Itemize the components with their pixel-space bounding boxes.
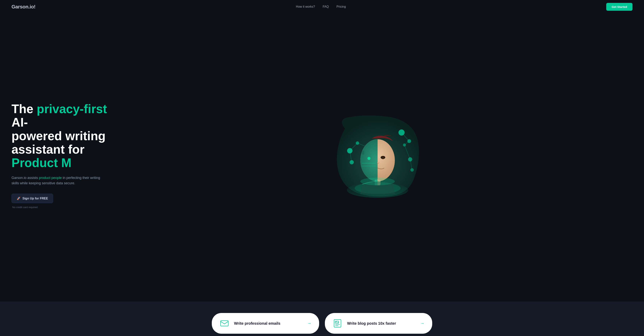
hero-svg (334, 113, 422, 198)
nav-pricing[interactable]: Pricing (336, 5, 346, 9)
email-icon-wrap (220, 318, 230, 328)
hero-title: The privacy-first AI-powered writingassi… (12, 102, 123, 170)
feature-email-arrow: → (307, 321, 312, 326)
feature-section: Write professional emails → Write blog p… (0, 301, 644, 336)
no-credit-text: No credit card required (12, 206, 38, 209)
svg-point-22 (368, 157, 370, 160)
nav-links: How it works? FAQ Pricing (296, 5, 346, 9)
feature-card-blog[interactable]: Write blog posts 10x faster → (325, 313, 432, 334)
hero-title-green2: Product M (12, 156, 72, 170)
navbar: Garson.io! How it works? FAQ Pricing Get… (0, 0, 644, 14)
feature-card-email[interactable]: Write professional emails → (212, 313, 319, 334)
svg-point-29 (360, 178, 395, 185)
rocket-icon: 🚀 (17, 197, 20, 200)
hero-content: The privacy-first AI-powered writingassi… (12, 102, 123, 209)
hero-description: Garson.io assists product people in perf… (12, 175, 104, 186)
email-icon (220, 319, 229, 328)
signup-area: 🚀 Sign Up for FREE No credit card requir… (12, 194, 123, 209)
feature-blog-arrow: → (420, 321, 424, 326)
svg-point-35 (336, 321, 336, 322)
signup-label: Sign Up for FREE (22, 197, 48, 200)
signup-button[interactable]: 🚀 Sign Up for FREE (12, 194, 53, 203)
blog-icon (333, 319, 342, 328)
svg-rect-21 (362, 151, 364, 155)
hero-section: The privacy-first AI-powered writingassi… (0, 14, 644, 301)
hero-title-part1: The (12, 102, 37, 116)
blog-icon-wrap (332, 318, 342, 328)
nav-how-it-works[interactable]: How it works? (296, 5, 315, 9)
nav-faq[interactable]: FAQ (322, 5, 329, 9)
hero-title-part2: AI-powered writingassistant for (12, 115, 106, 156)
site-logo: Garson.io! (12, 4, 36, 10)
feature-email-label: Write professional emails (234, 321, 303, 326)
hero-desc-part1: Garson.io assists (12, 176, 39, 180)
svg-rect-30 (220, 321, 228, 326)
hero-title-green: privacy-first (37, 102, 107, 116)
feature-blog-label: Write blog posts 10x faster (347, 321, 416, 326)
hero-blob (334, 113, 422, 198)
hero-desc-green: product people (39, 176, 62, 180)
hero-illustration (123, 113, 632, 198)
get-started-button[interactable]: Get Started (606, 3, 632, 11)
